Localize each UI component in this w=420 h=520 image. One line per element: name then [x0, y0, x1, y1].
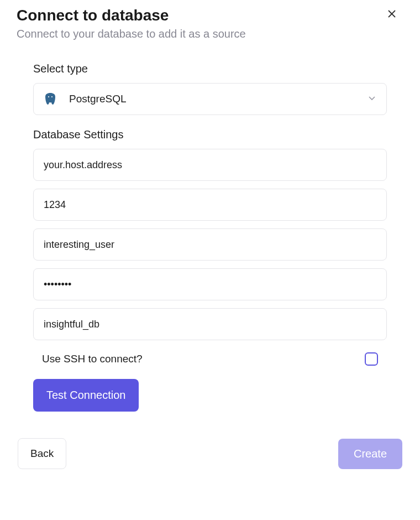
select-type-label: Select type — [33, 63, 387, 75]
database-settings-label: Database Settings — [33, 128, 387, 141]
svg-point-2 — [48, 96, 49, 97]
password-input[interactable] — [33, 268, 387, 300]
dialog-footer: Back Create — [17, 438, 403, 469]
close-button[interactable] — [385, 7, 399, 23]
db-type-select[interactable]: PostgreSQL — [33, 83, 387, 115]
db-type-selected: PostgreSQL — [69, 93, 368, 105]
database-name-input[interactable] — [33, 308, 387, 340]
svg-point-3 — [51, 96, 53, 97]
create-button[interactable]: Create — [338, 439, 402, 469]
settings-input-group — [33, 149, 387, 340]
form-area: Select type PostgreSQL Database Settings — [17, 63, 403, 412]
ssh-label: Use SSH to connect? — [42, 353, 143, 365]
ssh-row: Use SSH to connect? — [33, 352, 387, 366]
user-input[interactable] — [33, 228, 387, 261]
back-button[interactable]: Back — [18, 438, 66, 469]
dialog-subtitle: Connect to your database to add it as a … — [17, 28, 403, 40]
ssh-checkbox[interactable] — [365, 352, 378, 366]
postgresql-icon — [44, 92, 57, 106]
dialog-title: Connect to database — [17, 7, 403, 24]
close-icon — [387, 9, 397, 19]
test-connection-button[interactable]: Test Connection — [33, 379, 139, 412]
chevron-down-icon — [368, 93, 376, 105]
host-input[interactable] — [33, 149, 387, 181]
port-input[interactable] — [33, 189, 387, 221]
dialog-header: Connect to database Connect to your data… — [17, 7, 403, 40]
